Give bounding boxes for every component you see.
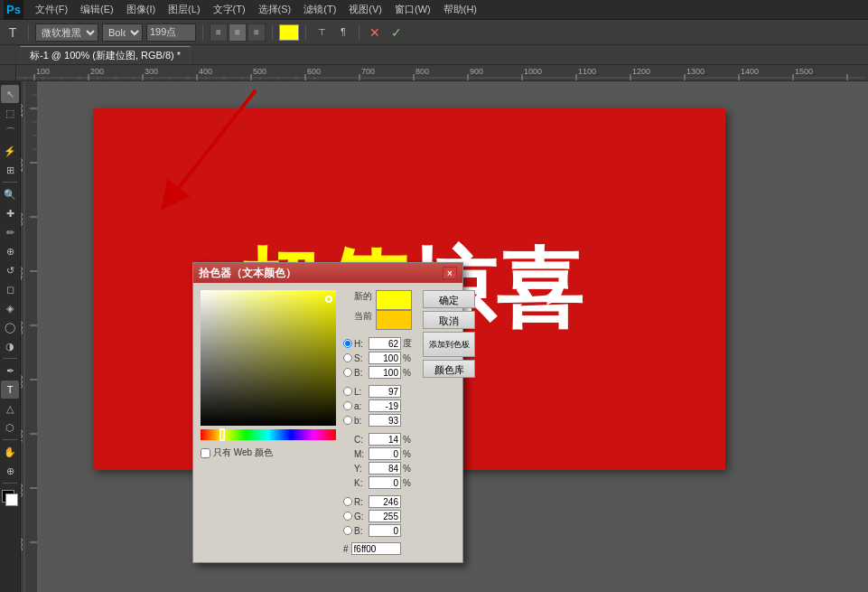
font-style-select[interactable]: Bold: [102, 23, 143, 42]
ruler-horizontal: 100 200 300 400 500 600 700 800 900 1000: [16, 65, 868, 81]
align-left-btn[interactable]: ≡: [210, 23, 228, 42]
tool-magic-wand[interactable]: ⚡: [1, 142, 19, 160]
color-libraries-button[interactable]: 颜色库: [423, 360, 475, 378]
ok-button[interactable]: 确定: [423, 290, 475, 308]
tool-zoom[interactable]: ⊕: [1, 462, 19, 480]
color-picker-left: 只有 Web 颜色: [201, 290, 336, 555]
color-block[interactable]: [2, 490, 18, 506]
b-rgb-radio[interactable]: [343, 526, 352, 535]
g-input[interactable]: [369, 510, 401, 522]
b-rgb-label: B:: [354, 526, 367, 536]
tool-gradient[interactable]: ◈: [1, 299, 19, 317]
a-input[interactable]: [369, 399, 401, 412]
color-gradient-square[interactable]: [201, 290, 336, 426]
a-radio[interactable]: [343, 401, 352, 410]
tool-pen[interactable]: ✒: [1, 362, 19, 380]
tool-history-brush[interactable]: ↺: [1, 261, 19, 279]
hue-thumb[interactable]: [219, 428, 225, 441]
tool-heal[interactable]: ✚: [1, 204, 19, 222]
menu-file[interactable]: 文件(F): [29, 1, 74, 18]
hex-input[interactable]: [351, 542, 401, 555]
warp-text-icon[interactable]: ⊤: [313, 23, 331, 42]
tool-brush[interactable]: ✏: [1, 223, 19, 241]
background-color[interactable]: [5, 493, 18, 506]
align-right-btn[interactable]: ≡: [247, 23, 266, 42]
tool-crop[interactable]: ⊞: [1, 161, 19, 179]
tabs-bar: 标-1 @ 100% (新建位图, RGB/8) *: [0, 45, 868, 65]
svg-text:1500: 1500: [795, 67, 813, 76]
lab-inputs: L: a: b:: [343, 385, 412, 427]
character-panel-icon[interactable]: ¶: [334, 23, 352, 42]
sat-radio[interactable]: [343, 353, 352, 362]
menu-view[interactable]: 视图(V): [342, 1, 388, 18]
dialog-buttons: 确定 取消 添加到色板 颜色库: [423, 290, 475, 555]
hsb-inputs: H: 度 S: % B:: [343, 337, 412, 379]
sat-input[interactable]: [369, 352, 401, 364]
color-picker-dialog: 拾色器（文本颜色） ×: [192, 262, 463, 563]
menu-select[interactable]: 选择(S): [252, 1, 298, 18]
rgb-inputs: R: G: B:: [343, 495, 412, 537]
hue-input[interactable]: [369, 337, 401, 350]
b-input[interactable]: [369, 414, 401, 427]
align-center-btn[interactable]: ≡: [229, 23, 247, 42]
web-color-row: 只有 Web 颜色: [201, 446, 336, 459]
menu-text[interactable]: 文字(T): [207, 1, 252, 18]
confirm-icon[interactable]: ✓: [387, 23, 406, 42]
tool-marquee[interactable]: ⬚: [1, 104, 19, 122]
k-input[interactable]: [369, 476, 401, 489]
text-color-swatch[interactable]: [279, 24, 299, 41]
c-input[interactable]: [369, 433, 401, 446]
y-input[interactable]: [369, 462, 401, 475]
tool-move[interactable]: ↖: [1, 85, 19, 103]
tool-clone[interactable]: ⊕: [1, 242, 19, 260]
menu-edit[interactable]: 编辑(E): [74, 1, 120, 18]
brightness-radio[interactable]: [343, 368, 352, 377]
svg-text:300: 300: [145, 67, 158, 76]
cancel-icon[interactable]: ✕: [366, 23, 384, 42]
tool-eraser[interactable]: ◻: [1, 280, 19, 298]
add-to-swatches-button[interactable]: 添加到色板: [423, 332, 475, 357]
cancel-button[interactable]: 取消: [423, 311, 475, 329]
menu-layer[interactable]: 图层(L): [162, 1, 206, 18]
tool-eyedropper[interactable]: 🔍: [1, 185, 19, 203]
l-label: L:: [354, 387, 367, 397]
menu-filter[interactable]: 滤镜(T): [297, 1, 342, 18]
y-row: Y: %: [343, 462, 412, 475]
dialog-close-button[interactable]: ×: [443, 267, 457, 279]
color-current-swatch: [376, 310, 412, 330]
tool-blur[interactable]: ◯: [1, 318, 19, 336]
tool-path[interactable]: △: [1, 399, 19, 418]
font-family-select[interactable]: 微软雅黑: [35, 23, 98, 42]
menu-window[interactable]: 窗口(W): [388, 1, 437, 18]
b-radio[interactable]: [343, 416, 352, 425]
b-rgb-input[interactable]: [369, 524, 401, 537]
ruler-row: 100 200 300 400 500 600 700 800 900 1000: [0, 65, 868, 81]
tool-hand[interactable]: ✋: [1, 443, 19, 461]
web-color-checkbox[interactable]: [201, 448, 210, 458]
canvas-area[interactable]: 100 200 300 400 500 600 700 800 900: [21, 81, 868, 592]
cmyk-inputs: C: % M: % Y:: [343, 433, 412, 489]
l-input[interactable]: [369, 385, 401, 398]
r-radio[interactable]: [343, 497, 352, 506]
menu-help[interactable]: 帮助(H): [437, 1, 483, 18]
m-input[interactable]: [369, 447, 401, 460]
tool-options-icon[interactable]: T: [4, 23, 22, 42]
g-radio[interactable]: [343, 512, 352, 521]
r-input[interactable]: [369, 495, 401, 508]
left-toolbar: ↖ ⬚ ⌒ ⚡ ⊞ 🔍 ✚ ✏ ⊕ ↺ ◻ ◈ ◯ ◑ ✒ T △ ⬡ ✋ ⊕: [0, 81, 21, 592]
tool-lasso[interactable]: ⌒: [1, 123, 19, 141]
menu-image[interactable]: 图像(I): [120, 1, 162, 18]
l-radio[interactable]: [343, 387, 352, 396]
hue-slider[interactable]: [201, 429, 336, 440]
preview-labels: 新的 当前: [354, 290, 372, 330]
hue-radio[interactable]: [343, 339, 352, 348]
svg-text:200: 200: [90, 67, 104, 76]
font-size-input[interactable]: [146, 23, 196, 42]
tool-dodge[interactable]: ◑: [1, 337, 19, 355]
tool-shape[interactable]: ⬡: [1, 418, 19, 437]
k-row: K: %: [343, 476, 412, 489]
brightness-input[interactable]: [369, 366, 401, 379]
active-tab[interactable]: 标-1 @ 100% (新建位图, RGB/8) *: [20, 46, 191, 64]
y-unit: %: [403, 464, 412, 474]
tool-text[interactable]: T: [1, 381, 19, 399]
